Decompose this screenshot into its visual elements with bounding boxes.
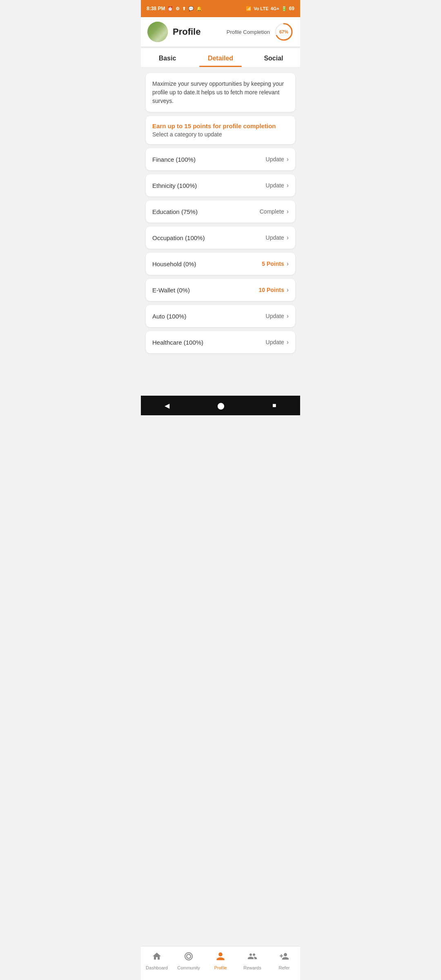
category-occupation[interactable]: Occupation (100%) Update ›: [146, 227, 295, 249]
header: Profile Profile Completion 67%: [141, 17, 300, 47]
tab-bar: Basic Detailed Social: [141, 48, 300, 67]
avatar: [147, 22, 168, 42]
category-auto-right: Update ›: [266, 312, 289, 320]
category-ethnicity[interactable]: Ethnicity (100%) Update ›: [146, 174, 295, 196]
category-ethnicity-right: Update ›: [266, 182, 289, 189]
category-auto[interactable]: Auto (100%) Update ›: [146, 305, 295, 327]
earn-subtitle: Select a category to update: [152, 131, 289, 138]
chevron-icon: ›: [287, 234, 289, 241]
category-auto-label: Auto (100%): [152, 313, 186, 320]
category-education[interactable]: Education (75%) Complete ›: [146, 200, 295, 223]
earn-title: Earn up to 15 points for profile complet…: [152, 122, 289, 129]
category-ewallet[interactable]: E-Wallet (0%) 10 Points ›: [146, 279, 295, 301]
chevron-icon: ›: [287, 260, 289, 267]
wifi-icon: 📶: [246, 6, 252, 11]
whatsapp-icon: 💬: [188, 6, 194, 11]
page-title: Profile: [173, 27, 200, 37]
chevron-icon: ›: [287, 208, 289, 215]
main-content: Maximize your survey opportunities by ke…: [141, 67, 300, 396]
system-nav-bar: ◀ ⬤ ■: [141, 396, 300, 415]
chevron-icon: ›: [287, 156, 289, 163]
chevron-icon: ›: [287, 312, 289, 320]
home-button[interactable]: ⬤: [217, 402, 225, 410]
category-finance-right: Update ›: [266, 156, 289, 163]
category-finance-label: Finance (100%): [152, 156, 196, 163]
back-button[interactable]: ◀: [165, 402, 169, 410]
tab-social[interactable]: Social: [247, 48, 300, 67]
completion-percent: 67%: [279, 29, 288, 34]
earn-card: Earn up to 15 points for profile complet…: [146, 116, 295, 144]
category-education-right: Complete ›: [260, 208, 289, 215]
category-occupation-label: Occupation (100%): [152, 234, 205, 241]
status-time: 8:38 PM: [147, 6, 165, 11]
header-left: Profile: [147, 22, 200, 42]
notification-icon: 🔔: [196, 6, 202, 11]
category-ewallet-right: 10 Points ›: [258, 286, 289, 294]
chevron-icon: ›: [287, 286, 289, 294]
status-left: 8:38 PM ⏰ ⚙ ⬆ 💬 🔔: [147, 6, 202, 11]
signal-icon: Vo LTE: [254, 6, 268, 11]
4g-icon: 4G+: [271, 6, 279, 11]
status-bar: 8:38 PM ⏰ ⚙ ⬆ 💬 🔔 📶 Vo LTE 4G+ 🔋 69: [141, 0, 300, 17]
upload-icon: ⬆: [182, 6, 186, 11]
category-finance[interactable]: Finance (100%) Update ›: [146, 148, 295, 170]
category-ewallet-label: E-Wallet (0%): [152, 287, 190, 294]
category-ewallet-action: 10 Points: [258, 287, 284, 293]
header-right: Profile Completion 67%: [227, 22, 294, 42]
info-card: Maximize your survey opportunities by ke…: [146, 73, 295, 112]
category-auto-action: Update: [266, 313, 284, 319]
category-ethnicity-label: Ethnicity (100%): [152, 182, 197, 189]
completion-circle: 67%: [274, 22, 294, 42]
category-occupation-action: Update: [266, 234, 284, 241]
tab-detailed[interactable]: Detailed: [194, 48, 247, 67]
category-education-label: Education (75%): [152, 208, 198, 215]
alarm-icon: ⏰: [167, 6, 173, 11]
category-ethnicity-action: Update: [266, 182, 284, 189]
category-healthcare-label: Healthcare (100%): [152, 339, 203, 346]
chevron-icon: ›: [287, 339, 289, 346]
status-right: 📶 Vo LTE 4G+ 🔋 69: [246, 6, 294, 11]
avatar-image: [147, 22, 168, 42]
category-household-right: 5 Points ›: [262, 260, 289, 267]
category-household[interactable]: Household (0%) 5 Points ›: [146, 253, 295, 275]
chevron-icon: ›: [287, 182, 289, 189]
category-healthcare[interactable]: Healthcare (100%) Update ›: [146, 331, 295, 353]
category-finance-action: Update: [266, 156, 284, 163]
settings-icon: ⚙: [176, 6, 180, 11]
info-text: Maximize your survey opportunities by ke…: [152, 80, 289, 105]
category-education-action: Complete: [260, 208, 284, 215]
category-occupation-right: Update ›: [266, 234, 289, 241]
battery-icon: 🔋: [281, 6, 287, 11]
recent-button[interactable]: ■: [272, 402, 276, 409]
category-household-action: 5 Points: [262, 261, 284, 267]
category-healthcare-right: Update ›: [266, 339, 289, 346]
completion-label: Profile Completion: [227, 29, 270, 35]
category-household-label: Household (0%): [152, 261, 196, 267]
tab-basic[interactable]: Basic: [141, 48, 194, 67]
battery-level: 69: [289, 6, 294, 11]
category-healthcare-action: Update: [266, 339, 284, 345]
